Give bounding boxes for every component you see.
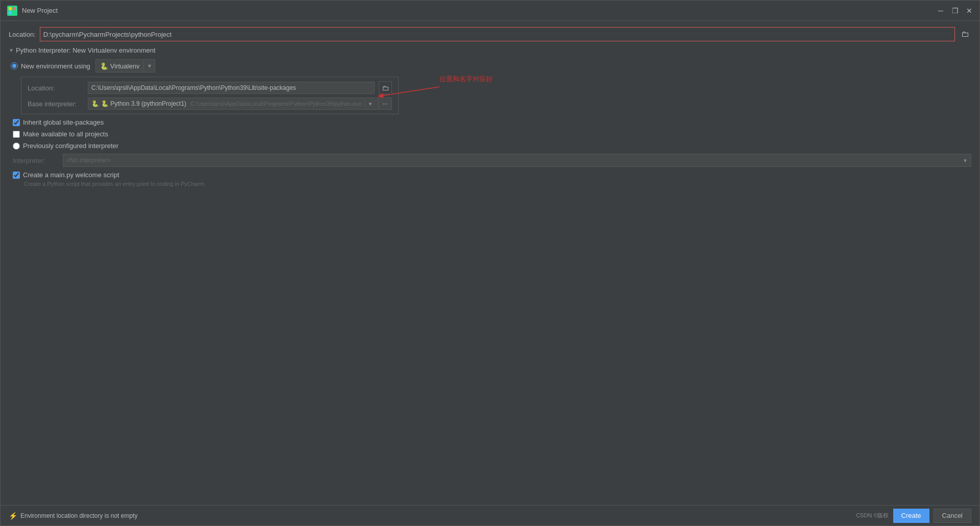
bottom-bar: ⚡ Environment location directory is not … [1, 505, 979, 525]
grid-location-input[interactable] [88, 82, 375, 94]
base-interpreter-path: C:\Users\qrsli\AppData\Local\Programs\Py… [190, 101, 362, 107]
interpreter-section-header[interactable]: ▼ Python Interpreter: New Virtualenv env… [9, 46, 971, 54]
warning-text: Environment location directory is not em… [20, 512, 137, 519]
grid-base-interpreter-label: Base interpreter: [28, 100, 84, 108]
interpreter-section-title: Python Interpreter: New Virtualenv envir… [16, 46, 156, 54]
env-dropdown-main[interactable]: 🐍 Virtualenv [96, 60, 144, 72]
inherit-row: Inherit global site-packages [13, 118, 971, 126]
create-main-label[interactable]: Create a main.py welcome script [23, 171, 119, 179]
close-button[interactable]: ✕ [965, 7, 973, 15]
previously-configured-label[interactable]: Previously configured interpreter [23, 142, 118, 150]
new-env-radio-label[interactable]: New environment using [11, 62, 90, 70]
interpreter-dropdown: <No interpreter> ▼ [63, 154, 971, 167]
three-dots-icon: ··· [382, 100, 387, 107]
base-interpreter-browse-button[interactable]: ··· [379, 98, 392, 110]
interpreter-dropdown-arrow: ▼ [963, 158, 968, 163]
grid-folder-button[interactable]: 🗀 [379, 81, 392, 94]
previously-configured-row: Previously configured interpreter [13, 142, 971, 150]
pycharm-icon [7, 5, 18, 16]
grid-location-label: Location: [28, 84, 84, 92]
interpreter-select-label: Interpreter: [13, 157, 59, 164]
create-button[interactable]: Create [893, 509, 929, 523]
warning-row: ⚡ Environment location directory is not … [9, 512, 137, 520]
cancel-button[interactable]: Cancel [934, 509, 971, 523]
location-input[interactable] [40, 27, 955, 41]
make-available-checkbox[interactable] [13, 131, 20, 138]
env-type-label: Virtualenv [110, 62, 140, 70]
base-interpreter-select[interactable]: 🐍 🐍 Python 3.9 (pythonProject1) C:\Users… [88, 98, 379, 110]
svg-rect-2 [13, 7, 16, 10]
interpreter-grid: Location: 🗀 Base interpreter: 🐍 🐍 Python… [21, 77, 399, 114]
main-content: Location: 🗀 ▼ Python Interpreter: New Vi… [1, 21, 979, 505]
restore-button[interactable]: ❐ [951, 7, 959, 15]
interpreter-section: New environment using 🐍 Virtualenv ▼ Loc… [11, 59, 971, 187]
title-bar-controls: ─ ❐ ✕ [937, 7, 973, 15]
location-row: Location: 🗀 [9, 27, 971, 41]
grid-base-interpreter-row: Base interpreter: 🐍 🐍 Python 3.9 (python… [28, 98, 392, 110]
no-interpreter-text: <No interpreter> [66, 157, 111, 164]
create-main-section: Create a main.py welcome script Create a… [13, 171, 971, 187]
warning-icon: ⚡ [9, 512, 17, 520]
create-main-row: Create a main.py welcome script [13, 171, 971, 179]
base-interpreter-arrow[interactable]: ▼ [365, 99, 375, 108]
svg-rect-3 [9, 11, 12, 14]
collapse-chevron: ▼ [9, 47, 14, 53]
virtualenv-icon: 🐍 [100, 62, 108, 70]
create-main-desc: Create a Python script that provides an … [24, 181, 971, 187]
env-dropdown-arrow[interactable]: ▼ [143, 60, 155, 72]
bottom-buttons: Create Cancel [893, 509, 972, 523]
base-interpreter-display: 🐍 Python 3.9 (pythonProject1) [101, 100, 186, 107]
inherit-checkbox[interactable] [13, 119, 20, 126]
svg-rect-1 [9, 7, 12, 10]
base-interpreter-control: 🐍 🐍 Python 3.9 (pythonProject1) C:\Users… [88, 98, 392, 110]
svg-rect-4 [13, 11, 16, 14]
new-env-row: New environment using 🐍 Virtualenv ▼ [11, 59, 971, 73]
grid-location-row: Location: 🗀 [28, 81, 392, 94]
make-available-row: Make available to all projects [13, 130, 971, 138]
folder-icon: 🗀 [961, 30, 969, 39]
grid-folder-icon: 🗀 [382, 84, 389, 92]
title-bar: New Project ─ ❐ ✕ [1, 1, 979, 21]
main-window: New Project ─ ❐ ✕ Location: 🗀 ▼ Python I… [0, 0, 980, 526]
minimize-button[interactable]: ─ [937, 7, 945, 15]
env-type-dropdown[interactable]: 🐍 Virtualenv ▼ [95, 59, 156, 73]
new-env-label: New environment using [21, 62, 90, 70]
previously-configured-radio[interactable] [13, 142, 20, 150]
make-available-label[interactable]: Make available to all projects [23, 130, 108, 138]
python-icon: 🐍 [91, 100, 99, 107]
window-title: New Project [22, 7, 58, 14]
interpreter-select-row: Interpreter: <No interpreter> ▼ [13, 154, 971, 167]
location-label: Location: [9, 31, 36, 38]
inherit-label[interactable]: Inherit global site-packages [23, 118, 104, 126]
new-env-radio[interactable] [11, 62, 18, 69]
location-folder-button[interactable]: 🗀 [959, 29, 971, 40]
csdn-watermark: CSDN ©版权 [856, 512, 889, 519]
create-main-checkbox[interactable] [13, 172, 20, 179]
title-bar-left: New Project [7, 5, 58, 16]
